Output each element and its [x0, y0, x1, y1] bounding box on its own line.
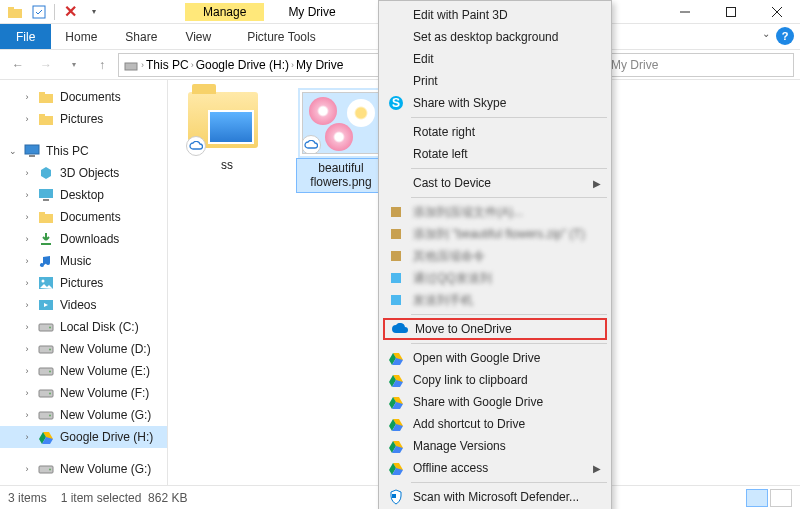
context-menu-item[interactable]: Cast to Device▶: [381, 172, 609, 194]
svg-rect-40: [392, 494, 396, 498]
menu-label: Print: [413, 74, 438, 88]
chevron-right-icon[interactable]: ›: [141, 60, 144, 70]
maximize-button[interactable]: [708, 0, 754, 24]
context-menu-item[interactable]: 其他压缩命令: [381, 245, 609, 267]
context-menu-item[interactable]: Rotate left: [381, 143, 609, 165]
up-button[interactable]: ↑: [90, 53, 114, 77]
nav-item[interactable]: ›Pictures: [0, 272, 167, 294]
folder-icon: [38, 89, 54, 105]
nav-item[interactable]: ›New Volume (E:): [0, 360, 167, 382]
nav-item[interactable]: ›Local Disk (C:): [0, 316, 167, 338]
context-menu-item[interactable]: 添加到 "beautiful flowers.zip" (T): [381, 223, 609, 245]
svg-rect-9: [39, 114, 45, 117]
menu-label: Set as desktop background: [413, 30, 558, 44]
nav-item[interactable]: ›Downloads: [0, 228, 167, 250]
svg-rect-6: [39, 94, 53, 103]
context-menu-item[interactable]: Rotate right: [381, 121, 609, 143]
context-menu-item[interactable]: Move to OneDrive: [383, 318, 607, 340]
gdrive-icon: [387, 349, 405, 367]
nav-item[interactable]: ›Documents: [0, 206, 167, 228]
context-menu-item[interactable]: Share with Google Drive: [381, 391, 609, 413]
gdrive-icon: [387, 371, 405, 389]
context-menu-item[interactable]: Copy link to clipboard: [381, 369, 609, 391]
ribbon-contextual-tab[interactable]: Picture Tools: [235, 24, 327, 49]
context-menu-item[interactable]: Open with Google Drive: [381, 347, 609, 369]
nav-this-pc[interactable]: ⌄ This PC: [0, 140, 167, 162]
file-item-folder[interactable]: ss: [182, 92, 272, 172]
nav-label: Documents: [60, 90, 121, 104]
menu-label: 添加到压缩文件(A)...: [413, 204, 523, 221]
menu-label: Manage Versions: [413, 439, 506, 453]
ribbon-expand-icon[interactable]: ⌄: [762, 28, 770, 39]
nav-item[interactable]: ›Music: [0, 250, 167, 272]
properties-icon[interactable]: [28, 1, 50, 23]
context-menu-item[interactable]: Edit with Paint 3D: [381, 4, 609, 26]
nav-label: 3D Objects: [60, 166, 119, 180]
delete-icon[interactable]: ✕: [59, 1, 81, 23]
ribbon-file-tab[interactable]: File: [0, 24, 51, 49]
drive-icon: [123, 57, 139, 73]
view-large-icons-button[interactable]: [770, 489, 792, 507]
search-placeholder: My Drive: [611, 58, 658, 72]
context-menu-item[interactable]: Offline access▶: [381, 457, 609, 479]
nav-item[interactable]: ›New Volume (G:): [0, 404, 167, 426]
context-menu-item[interactable]: Print: [381, 70, 609, 92]
view-details-button[interactable]: [746, 489, 768, 507]
svg-point-26: [49, 393, 51, 395]
nav-item[interactable]: ›New Volume (F:): [0, 382, 167, 404]
nav-item[interactable]: ›Desktop: [0, 184, 167, 206]
breadcrumb[interactable]: My Drive: [296, 58, 343, 72]
ribbon-tab-view[interactable]: View: [171, 24, 225, 49]
folder-icon[interactable]: [4, 1, 26, 23]
ribbon-tab-home[interactable]: Home: [51, 24, 111, 49]
skype-icon: S: [387, 94, 405, 112]
nav-item[interactable]: ›3D Objects: [0, 162, 167, 184]
svg-rect-15: [39, 212, 45, 215]
qat-dropdown-icon[interactable]: ▾: [83, 1, 105, 23]
defender-icon: [387, 488, 405, 506]
context-menu-item[interactable]: 发送到手机: [381, 289, 609, 311]
archive-icon: [387, 247, 405, 265]
minimize-button[interactable]: [662, 0, 708, 24]
nav-item[interactable]: ›New Volume (G:): [0, 458, 167, 480]
context-menu-item[interactable]: Scan with Microsoft Defender...: [381, 486, 609, 508]
nav-item[interactable]: ›New Volume (D:): [0, 338, 167, 360]
breadcrumb[interactable]: This PC: [146, 58, 189, 72]
svg-rect-13: [43, 199, 49, 201]
context-menu-item[interactable]: 添加到压缩文件(A)...: [381, 201, 609, 223]
chevron-right-icon[interactable]: ›: [191, 60, 194, 70]
chevron-right-icon[interactable]: ›: [291, 60, 294, 70]
context-menu-item[interactable]: SShare with Skype: [381, 92, 609, 114]
menu-label: Add shortcut to Drive: [413, 417, 525, 431]
disk-icon: [38, 319, 54, 335]
svg-rect-4: [727, 7, 736, 16]
ribbon-tab-share[interactable]: Share: [111, 24, 171, 49]
close-button[interactable]: [754, 0, 800, 24]
breadcrumb[interactable]: Google Drive (H:): [196, 58, 289, 72]
onedrive-icon: [391, 320, 409, 338]
back-button[interactable]: ←: [6, 53, 30, 77]
status-selection: 1 item selected 862 KB: [61, 491, 188, 505]
context-menu-item[interactable]: Edit: [381, 48, 609, 70]
nav-item[interactable]: ›Videos: [0, 294, 167, 316]
file-item-image[interactable]: beautiful flowers.png: [296, 92, 386, 193]
menu-label: 发送到手机: [413, 292, 473, 309]
recent-locations-icon[interactable]: ▾: [62, 53, 86, 77]
context-menu-item[interactable]: Manage Versions: [381, 435, 609, 457]
context-menu-item[interactable]: 通过QQ发送到: [381, 267, 609, 289]
videos-icon: [38, 297, 54, 313]
context-menu-item[interactable]: Add shortcut to Drive: [381, 413, 609, 435]
search-input[interactable]: My Drive: [604, 53, 794, 77]
svg-rect-39: [391, 295, 401, 305]
forward-button[interactable]: →: [34, 53, 58, 77]
help-icon[interactable]: ?: [776, 27, 794, 45]
nav-label: Videos: [60, 298, 96, 312]
gdrive-icon: [387, 415, 405, 433]
nav-item[interactable]: ›Pictures: [0, 108, 167, 130]
nav-item[interactable]: ›Documents: [0, 86, 167, 108]
folder-icon: [38, 209, 54, 225]
context-menu-item[interactable]: Set as desktop background: [381, 26, 609, 48]
file-label: ss: [182, 158, 272, 172]
nav-label: New Volume (D:): [60, 342, 151, 356]
nav-item[interactable]: ›Google Drive (H:): [0, 426, 167, 448]
